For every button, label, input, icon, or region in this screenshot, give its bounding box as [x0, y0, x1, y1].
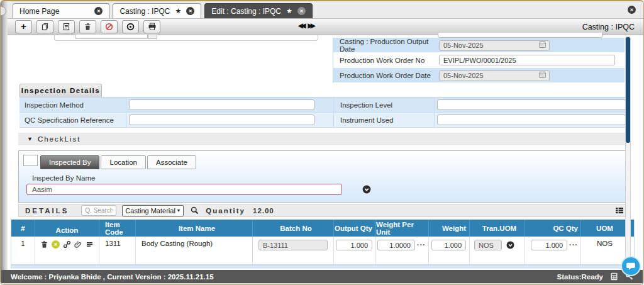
close-icon[interactable]: ✕ — [297, 7, 306, 15]
checklist-checkbox[interactable] — [23, 155, 38, 166]
scrollbar-thumb[interactable] — [626, 37, 630, 143]
details-toolbar: DETAILS Casting Material ▼ Quantity 12.0… — [18, 204, 631, 217]
inspected-by-name-field[interactable] — [26, 184, 342, 195]
ellipsis-lookup-button[interactable]: ··· — [417, 241, 426, 249]
checklist-section-header[interactable]: ▼ CheckList — [18, 133, 631, 145]
cancel-row-icon[interactable]: ✕ — [52, 240, 60, 249]
notes-icon[interactable] — [86, 240, 94, 249]
tab-associate[interactable]: Associate — [147, 155, 196, 169]
details-title: DETAILS — [25, 207, 69, 215]
delete-row-icon[interactable] — [40, 240, 48, 249]
batch-no-field[interactable] — [258, 240, 328, 250]
record-button[interactable] — [122, 20, 139, 33]
weight-per-unit-cell: ··· — [376, 237, 429, 264]
calendar-icon[interactable] — [538, 40, 547, 48]
status-text: Status:Ready — [557, 273, 604, 281]
chat-button[interactable] — [621, 256, 641, 276]
save-document-button[interactable] — [58, 20, 75, 33]
next-record-button[interactable]: ▶▶ — [308, 22, 313, 29]
production-output-date-field[interactable] — [439, 40, 550, 51]
tab-home-page[interactable]: Home Page ✕ — [13, 3, 109, 18]
tab-label: Casting : IPQC — [119, 7, 170, 16]
item-code-cell: 1311 — [99, 237, 136, 264]
chevron-down-icon: ▼ — [27, 136, 33, 142]
chevron-down-icon: ▼ — [176, 208, 180, 213]
row-number: 1 — [11, 237, 35, 264]
document-icon — [62, 23, 70, 31]
attachment-icon[interactable] — [74, 240, 82, 249]
tran-uom-cell — [470, 237, 525, 264]
weight-per-unit-field[interactable] — [377, 240, 415, 250]
close-icon[interactable]: ✕ — [186, 7, 194, 15]
field-label: Casting : Production Output Date — [333, 38, 439, 53]
tab-edit-casting-ipqc[interactable]: Edit : Casting : IPQC ★ ✕ — [204, 3, 313, 18]
output-qty-field[interactable] — [336, 240, 372, 250]
inspection-level-field[interactable] — [437, 99, 626, 110]
row-actions: ✕ — [35, 237, 99, 264]
production-work-order-date-field[interactable] — [439, 70, 550, 81]
search-button[interactable] — [191, 206, 199, 215]
tab-casting-ipqc[interactable]: Casting : IPQC ★ ✕ — [113, 3, 201, 18]
form-row: Production Work Order Date — [333, 68, 625, 83]
cutoff-dropdown-button[interactable] — [148, 35, 157, 39]
qc-specification-reference-field[interactable] — [129, 115, 314, 125]
calendar-icon[interactable] — [538, 70, 547, 79]
inspection-method-field[interactable] — [129, 99, 314, 110]
column-header[interactable]: Weight Per Unit — [376, 220, 429, 237]
delete-button[interactable] — [79, 20, 96, 33]
star-icon[interactable]: ★ — [286, 7, 292, 15]
cancel-button[interactable] — [101, 20, 118, 33]
link-icon[interactable] — [63, 240, 71, 249]
calculator-icon[interactable] — [610, 272, 618, 281]
instrument-used-field[interactable] — [437, 115, 626, 125]
add-button[interactable]: + — [15, 20, 32, 33]
production-work-order-no-field[interactable] — [439, 55, 615, 65]
scrolled-form-panel — [54, 35, 318, 41]
copy-button[interactable] — [36, 20, 53, 33]
weight-field[interactable] — [431, 240, 466, 250]
column-header[interactable]: # — [11, 220, 35, 237]
column-header[interactable]: Action — [35, 220, 99, 237]
vertical-scrollbar[interactable] — [625, 36, 631, 267]
chevron-down-circle-icon[interactable] — [506, 241, 514, 249]
column-header[interactable]: Item Code — [99, 220, 136, 237]
cutoff-input[interactable] — [75, 35, 148, 39]
previous-record-button[interactable]: ◀◀ — [298, 22, 304, 29]
column-header[interactable]: QC Qty — [525, 220, 581, 237]
column-header[interactable]: Item Name — [136, 220, 253, 237]
search-input[interactable] — [81, 205, 116, 216]
column-header[interactable]: UOM — [581, 220, 629, 237]
welcome-text: Welcome : Priyanka Bhide , Current Versi… — [11, 273, 214, 281]
tran-uom-field[interactable] — [474, 240, 502, 250]
selected-option: Casting Material — [125, 207, 175, 215]
print-button[interactable] — [143, 20, 160, 33]
chevron-down-circle-icon[interactable] — [362, 185, 371, 194]
grid-view-button[interactable] — [615, 206, 624, 215]
batch-no-cell — [253, 237, 334, 264]
column-header[interactable]: Weight — [429, 220, 470, 237]
material-filter-select[interactable]: Casting Material ▼ — [122, 205, 184, 216]
tab-label: Home Page — [19, 7, 59, 16]
column-header[interactable]: Output Qty — [334, 220, 376, 237]
form-row: Casting : Production Output Date — [333, 38, 625, 53]
cutoff-input[interactable] — [438, 33, 602, 38]
tab-label: Edit : Casting : IPQC — [211, 7, 281, 16]
inspection-details-section-tab[interactable]: Inspection Details — [19, 84, 102, 97]
close-all-tabs-icon[interactable]: ✕ — [628, 6, 636, 14]
left-collapse-rail[interactable] — [1, 1, 8, 284]
column-header[interactable]: Batch No — [253, 220, 334, 237]
tab-label: Inspected By — [49, 159, 91, 166]
qc-qty-field[interactable] — [531, 240, 567, 250]
column-header[interactable]: Tran.UOM — [470, 220, 525, 237]
tab-inspected-by[interactable]: Inspected By — [40, 155, 99, 169]
star-icon[interactable]: ★ — [175, 7, 181, 15]
checklist-tabs: Inspected By Location Associate — [40, 155, 197, 169]
item-name-cell: Body Casting (Rough) — [136, 237, 253, 264]
tab-location[interactable]: Location — [101, 155, 145, 169]
record-navigation: ◀◀ ▶▶ — [298, 22, 314, 29]
close-icon[interactable]: ✕ — [94, 7, 103, 15]
copy-icon — [41, 23, 49, 31]
weight-cell — [429, 237, 470, 264]
form-row: Production Work Order No — [333, 53, 625, 68]
ellipsis-lookup-button[interactable]: ··· — [569, 241, 578, 249]
